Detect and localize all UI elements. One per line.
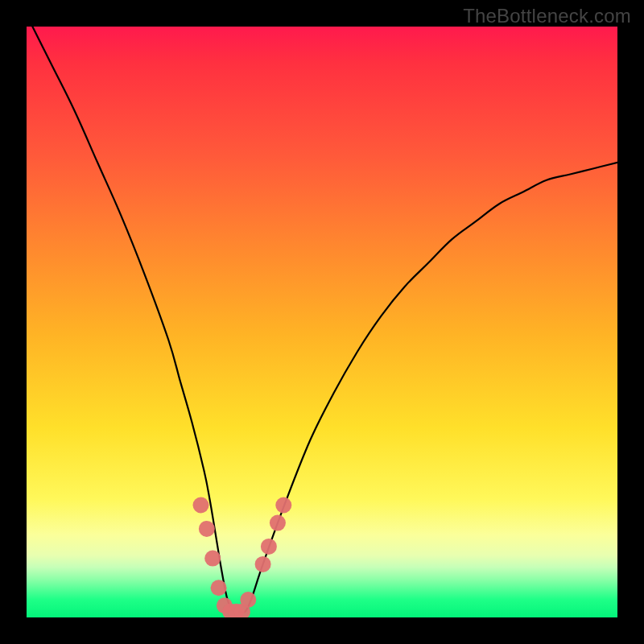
plot-area [27, 27, 617, 617]
watermark-text: TheBottleneck.com [463, 5, 631, 27]
chart-frame: TheBottleneck.com [0, 0, 644, 644]
